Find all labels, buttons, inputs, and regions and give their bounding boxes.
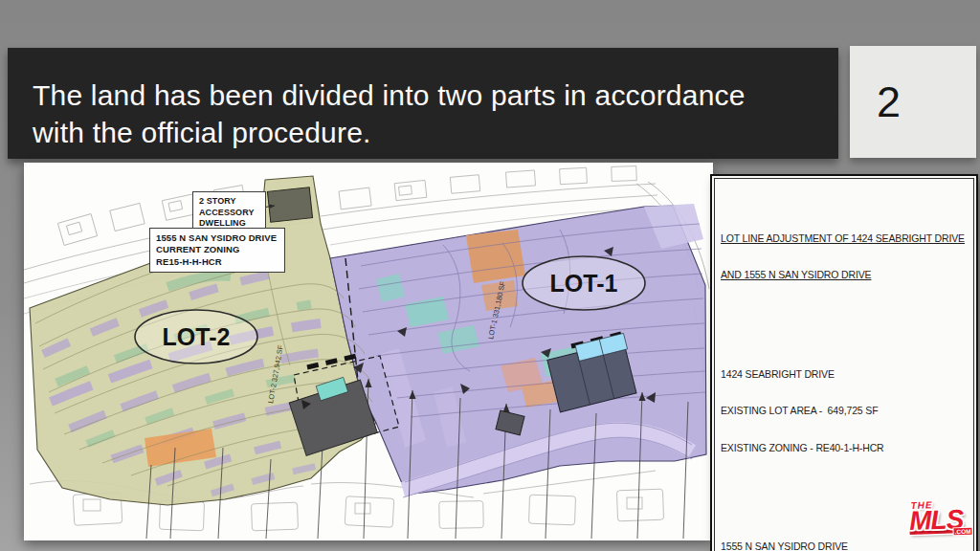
info-section-existing-seabright: 1424 SEABRIGHT DRIVE EXISTING LOT AREA -… [721,343,969,479]
callout-line: 1555 N SAN YSIDRO DRIVE [156,232,278,244]
lot-info-title: LOT LINE ADJUSTMENT OF 1424 SEABRIGHT DR… [721,208,969,306]
callout-line: 2 STORY [199,196,259,208]
mls-logo-row: MLS .COM [909,504,964,534]
mls-logo-com: .COM [954,527,972,535]
callout-line: CURRENT ZONING [156,244,278,255]
info-line: 1424 SEABRIGHT DRIVE [721,368,969,381]
callout-line: RE15-H-H-HCR [156,256,278,268]
slide-number: 2 [877,77,901,127]
lot1-label: LOT-1 [550,270,618,297]
slide-title: The land has been divided into two parts… [33,77,798,151]
callout-zoning: 1555 N SAN YSIDRO DRIVE CURRENT ZONING R… [149,228,285,273]
slide-number-box: 2 [850,46,976,158]
info-line: 1555 N SAN YSIDRO DRIVE [721,540,969,551]
info-line: EXISTING LOT AREA - 649,725 SF [721,405,969,417]
lot-info-content: LOT LINE ADJUSTMENT OF 1424 SEABRIGHT DR… [714,178,974,551]
lot-info-box: LOT LINE ADJUSTMENT OF 1424 SEABRIGHT DR… [710,174,978,551]
adu-building [267,187,312,222]
title-bar: The land has been divided into two parts… [8,48,838,159]
info-line: LOT LINE ADJUSTMENT OF 1424 SEABRIGHT DR… [721,232,969,245]
mls-logo: THE MLS .COM [908,498,963,534]
survey-map-panel: LOT-2 LOT-1 LOT-1 331,180 SF LOT-2 327,9… [24,163,713,540]
info-line: AND 1555 N SAN YSIDRO DRIVE [721,269,969,281]
lot2-label: LOT-2 [163,323,231,350]
info-line: EXISTING ZONING - RE40-1-H-HCR [721,442,969,454]
callout-line: ACCESSORY [199,208,259,219]
survey-map: LOT-2 LOT-1 LOT-1 331,180 SF LOT-2 327,9… [24,163,713,540]
